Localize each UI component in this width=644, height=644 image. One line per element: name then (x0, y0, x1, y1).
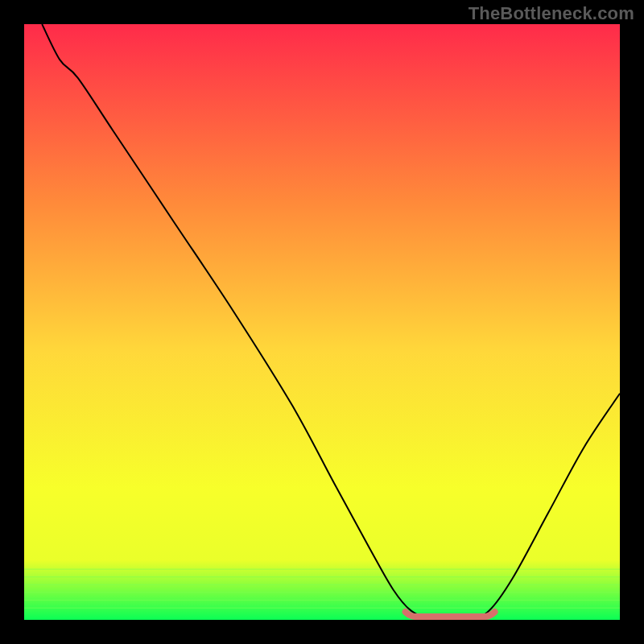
chart-svg (24, 24, 620, 620)
watermark-text: TheBottleneck.com (469, 3, 634, 24)
chart-frame: TheBottleneck.com (0, 0, 644, 644)
plot-area (24, 24, 620, 620)
gradient-background (24, 24, 620, 620)
